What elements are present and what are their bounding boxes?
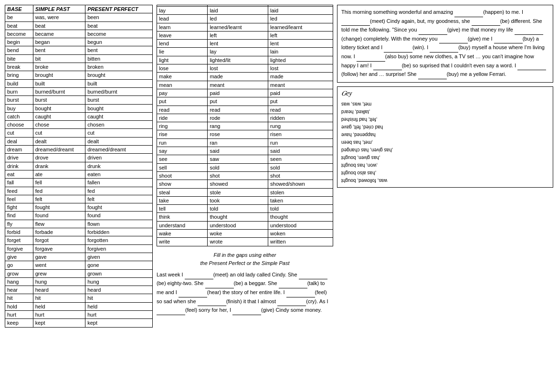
table-cell: bitten	[85, 54, 153, 63]
table-cell: drove	[33, 154, 85, 162]
table-cell: begun	[85, 38, 153, 46]
table-cell: understand	[157, 221, 208, 229]
table-cell: heard	[85, 286, 153, 294]
table-row: hurthurthurt	[5, 310, 153, 318]
table-cell: stolen	[268, 188, 333, 196]
s-blank-2	[341, 17, 370, 26]
table-row: stealstolestolen	[157, 188, 333, 196]
table-row: buyboughtbought	[5, 104, 153, 112]
table-cell: deal	[5, 137, 33, 145]
table-cell: made	[268, 73, 333, 81]
table-cell: read	[268, 106, 333, 114]
table-cell: hung	[85, 277, 153, 286]
table-cell: eat	[5, 170, 33, 178]
table-cell: held	[33, 302, 85, 310]
table-cell: grow	[5, 269, 33, 277]
table-cell: hung	[33, 277, 85, 286]
table-cell: beat	[5, 21, 33, 30]
table-cell: become	[85, 30, 153, 38]
table-cell: grown	[85, 269, 153, 277]
table-cell: build	[5, 79, 33, 87]
table-row: loselostlost	[157, 64, 333, 73]
table-cell: lent	[268, 40, 333, 48]
table-cell: hurt	[85, 310, 153, 318]
table-cell: kept	[33, 319, 85, 327]
table-row: burnburned/burntburned/burnt	[5, 87, 153, 95]
table-row: hearheardheard	[5, 286, 153, 294]
table-cell: found	[85, 212, 153, 220]
table-cell: sold	[208, 163, 268, 171]
table-cell: led	[208, 15, 268, 23]
table-cell: drunk	[85, 162, 153, 170]
table-row: becomebecamebecome	[5, 30, 153, 38]
table-row: keepkeptkept	[5, 319, 153, 327]
verbs-table-1: BASE SIMPLE PAST PRESENT PERFECT bewas, …	[5, 5, 153, 328]
table-cell: learn	[157, 23, 208, 31]
table-cell: make	[157, 73, 208, 81]
key-line: met, has been,	[341, 138, 549, 146]
key-line: was, followed, bought	[341, 177, 549, 184]
table-cell: lighted/lit	[208, 56, 268, 64]
table-cell: ate	[33, 170, 85, 178]
table-row: bitebitbitten	[5, 54, 153, 63]
s-blank-4	[419, 26, 447, 35]
table-cell: begin	[5, 38, 33, 46]
table-cell: rode	[208, 114, 268, 122]
table-row: lendlentlent	[157, 40, 333, 48]
table-cell: fly	[5, 220, 33, 228]
table-cell: driven	[85, 154, 153, 162]
table-cell: fight	[5, 203, 33, 212]
key-line: had cried, felt, gave	[341, 123, 549, 131]
table-cell: forgotten	[85, 236, 153, 244]
header-simple-past: SIMPLE PAST	[33, 5, 85, 13]
table-cell: felt	[85, 195, 153, 203]
table-cell: woken	[268, 230, 333, 238]
table-cell: fought	[33, 203, 85, 212]
table-cell: laid	[268, 7, 333, 15]
header-base: BASE	[5, 5, 33, 13]
table-cell: bought	[33, 104, 85, 112]
table-row: taketooktaken	[157, 196, 333, 204]
table-cell: drink	[5, 162, 33, 170]
table-cell: run	[157, 138, 208, 147]
table-row: putputput	[157, 97, 333, 106]
table-cell: bend	[5, 46, 33, 54]
table-cell: wrote	[208, 238, 268, 246]
table-cell: gave	[33, 253, 85, 261]
table-cell: forgot	[33, 236, 85, 244]
table-row: understandunderstoodunderstood	[157, 221, 333, 229]
table-cell: understood	[208, 221, 268, 229]
table-row: findfoundfound	[5, 212, 153, 220]
table-cell: took	[208, 196, 268, 204]
table-cell: put	[157, 97, 208, 106]
verbs-table-2: laylaidlaidleadledledlearnlearned/learnt…	[157, 5, 333, 246]
table-cell: lighted	[268, 56, 333, 64]
table-cell: bring	[5, 71, 33, 79]
table-cell: burst	[5, 96, 33, 104]
table-row: bewas, werebeen	[5, 13, 153, 21]
blank-8	[277, 297, 306, 307]
blank-10	[232, 306, 261, 315]
table-cell: said	[208, 147, 268, 155]
table-cell: sell	[157, 163, 208, 171]
table-row: drivedrovedriven	[5, 154, 153, 162]
table-cell: mean	[157, 81, 208, 89]
table-row: feedfedfed	[5, 187, 153, 195]
table-cell: lost	[268, 64, 333, 73]
table-cell: steal	[157, 188, 208, 196]
table-cell: burst	[33, 96, 85, 104]
table-cell: dream	[5, 146, 33, 154]
table-row: growgrewgrown	[5, 269, 153, 277]
table-cell: caught	[33, 112, 85, 120]
blank-2	[299, 271, 327, 280]
table-cell: be	[5, 13, 33, 21]
table-cell: chose	[33, 121, 85, 129]
table-row: forgetforgotforgotten	[5, 236, 153, 244]
table-cell: fed	[85, 187, 153, 195]
s-blank-8	[384, 43, 412, 53]
table-cell: cut	[5, 129, 33, 137]
table-row: meanmeantmeant	[157, 81, 333, 89]
key-line: talked, heard,	[341, 108, 549, 116]
table-cell: broken	[85, 63, 153, 71]
table-row: writewrotewritten	[157, 238, 333, 246]
